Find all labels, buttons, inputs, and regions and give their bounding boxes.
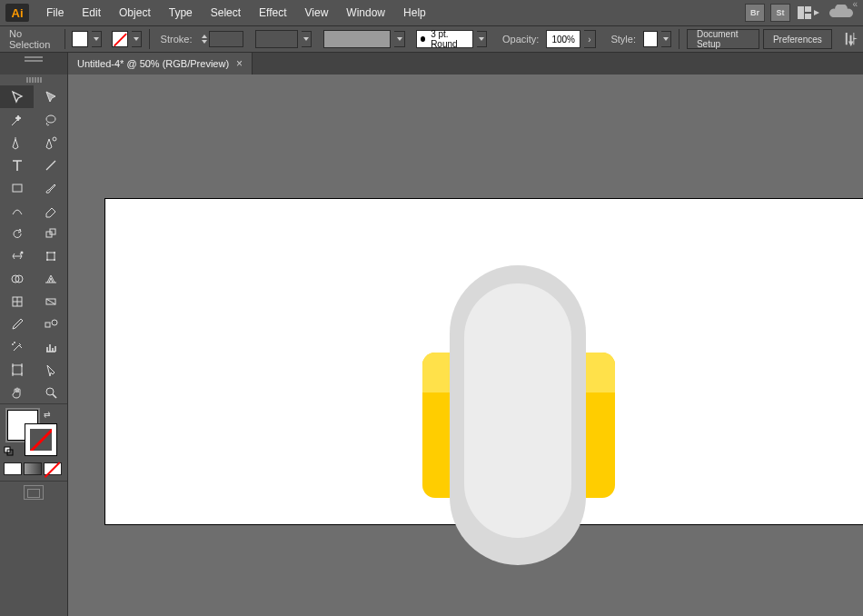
free-transform-tool[interactable] — [34, 244, 67, 267]
svg-point-19 — [12, 343, 14, 345]
menu-select[interactable]: Select — [203, 3, 249, 23]
slice-tool[interactable] — [34, 358, 67, 381]
style-label: Style: — [607, 34, 640, 45]
stroke-label: Stroke: — [157, 34, 196, 45]
svg-point-3 — [53, 137, 56, 141]
app-logo-icon: Ai — [5, 4, 29, 22]
panel-dock-grip[interactable] — [0, 53, 68, 75]
pen-tool[interactable] — [0, 131, 34, 154]
symbol-sprayer-tool[interactable] — [0, 335, 34, 358]
svg-point-10 — [54, 252, 55, 253]
artwork-gray-capsule-inner — [464, 283, 571, 538]
svg-point-12 — [54, 259, 55, 261]
line-segment-tool[interactable] — [34, 154, 67, 176]
brush-dropdown[interactable] — [477, 31, 487, 47]
stroke-dropdown[interactable] — [132, 31, 142, 47]
svg-rect-0 — [798, 6, 804, 19]
opacity-label: Opacity: — [499, 34, 542, 45]
stroke-weight-stepper[interactable] — [200, 34, 209, 45]
opacity-input[interactable]: 100% — [546, 30, 580, 48]
menu-window[interactable]: Window — [338, 3, 393, 23]
document-tab[interactable]: Untitled-4* @ 50% (RGB/Preview) × — [68, 53, 253, 75]
preferences-button[interactable]: Preferences — [763, 29, 832, 49]
sync-settings-icon[interactable] — [828, 5, 854, 20]
graphic-style-dropdown[interactable] — [661, 31, 671, 47]
svg-point-9 — [46, 252, 48, 253]
stroke-color-well[interactable] — [25, 424, 56, 455]
svg-point-7 — [20, 251, 23, 253]
type-tool[interactable] — [0, 154, 34, 176]
variable-width-profile[interactable] — [255, 30, 298, 48]
direct-selection-tool[interactable] — [34, 85, 67, 108]
mesh-tool[interactable] — [0, 290, 34, 313]
gradient-tool[interactable] — [34, 290, 67, 313]
svg-rect-8 — [47, 253, 55, 260]
document-setup-button[interactable]: Document Setup — [687, 29, 759, 49]
brush-definition-dropdown[interactable] — [394, 31, 404, 47]
magic-wand-tool[interactable] — [0, 108, 34, 131]
zoom-tool[interactable] — [34, 381, 67, 403]
fill-dropdown[interactable] — [92, 31, 102, 47]
artboard-tool[interactable] — [0, 358, 34, 381]
graphic-style-swatch[interactable] — [643, 31, 658, 47]
svg-point-20 — [14, 342, 15, 343]
selection-status: No Selection — [5, 28, 57, 50]
selection-tool[interactable] — [0, 85, 34, 108]
shaper-tool[interactable] — [0, 199, 34, 222]
eyedropper-tool[interactable] — [0, 313, 34, 335]
tab-close-button[interactable]: × — [236, 57, 243, 70]
svg-rect-21 — [13, 365, 22, 374]
perspective-grid-tool[interactable] — [34, 267, 67, 290]
menu-object[interactable]: Object — [111, 3, 159, 23]
svg-point-22 — [46, 388, 54, 395]
arrange-documents-icon[interactable] — [798, 5, 819, 20]
menu-file[interactable]: File — [38, 3, 72, 23]
menu-effect[interactable]: Effect — [251, 3, 294, 23]
svg-rect-1 — [805, 6, 811, 12]
menu-type[interactable]: Type — [161, 3, 201, 23]
hand-tool[interactable] — [0, 381, 34, 403]
control-bar: No Selection Stroke: 3 pt. Round Opacity… — [0, 25, 863, 53]
stock-button[interactable]: St — [770, 4, 790, 22]
curvature-tool[interactable] — [34, 131, 67, 154]
svg-point-11 — [46, 259, 48, 261]
svg-rect-2 — [805, 14, 811, 19]
shape-builder-tool[interactable] — [0, 267, 34, 290]
bridge-button[interactable]: Br — [745, 4, 765, 22]
lasso-tool[interactable] — [34, 108, 67, 131]
menu-view[interactable]: View — [297, 3, 337, 23]
draw-mode-none[interactable] — [44, 462, 62, 475]
menu-help[interactable]: Help — [395, 3, 434, 23]
svg-rect-17 — [45, 323, 50, 327]
eraser-tool[interactable] — [34, 199, 67, 222]
scale-tool[interactable] — [34, 222, 67, 244]
stroke-weight-input[interactable] — [209, 31, 243, 47]
brush-display[interactable]: 3 pt. Round — [416, 30, 473, 48]
menu-edit[interactable]: Edit — [74, 3, 109, 23]
controlbar-collapse-icon[interactable]: « — [852, 0, 858, 9]
opacity-dropdown[interactable] — [584, 30, 596, 48]
draw-mode-gradient[interactable] — [24, 462, 42, 475]
blend-tool[interactable] — [34, 313, 67, 335]
stroke-swatch[interactable] — [112, 31, 128, 47]
default-fill-stroke-icon[interactable] — [4, 446, 15, 457]
screen-mode-icon[interactable] — [24, 485, 44, 500]
document-tab-title: Untitled-4* @ 50% (RGB/Preview) — [77, 58, 229, 69]
svg-point-18 — [52, 320, 57, 325]
rotate-tool[interactable] — [0, 222, 34, 244]
variable-width-dropdown[interactable] — [302, 31, 312, 47]
width-tool[interactable] — [0, 244, 34, 267]
swap-fill-stroke-icon[interactable]: ⇄ — [44, 410, 51, 419]
paintbrush-tool[interactable] — [34, 176, 67, 199]
tools-panel: ⇄ — [0, 75, 68, 616]
canvas-workspace[interactable] — [68, 75, 863, 616]
controlbar-menu-icon[interactable]: ▾ — [843, 36, 859, 49]
rectangle-tool[interactable] — [0, 176, 34, 199]
document-tabstrip: Untitled-4* @ 50% (RGB/Preview) × — [0, 53, 863, 75]
brush-definition-preview[interactable] — [323, 30, 391, 48]
svg-rect-4 — [13, 184, 22, 192]
draw-mode-color[interactable] — [4, 462, 22, 475]
tools-panel-grip[interactable] — [0, 75, 67, 85]
fill-swatch[interactable] — [72, 31, 88, 47]
column-graph-tool[interactable] — [34, 335, 67, 358]
